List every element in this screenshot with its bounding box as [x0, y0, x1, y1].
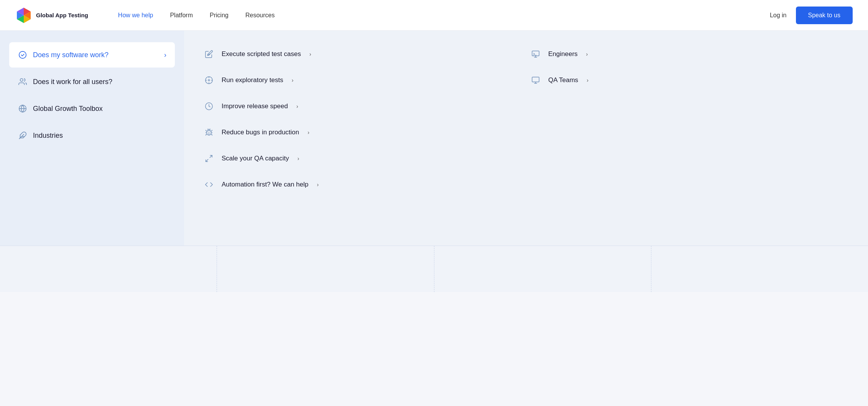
svg-point-2 — [20, 79, 23, 81]
right-item-automation[interactable]: Automation first? We can help › — [199, 173, 526, 196]
dropdown-container: Does my software work? › Does it work fo… — [0, 31, 868, 292]
right-col-1: Execute scripted test cases › — [199, 42, 526, 234]
right-item-release-speed[interactable]: Improve release speed › — [199, 94, 526, 118]
right-item-scale-qa[interactable]: Scale your QA capacity › — [199, 147, 526, 170]
right-panel: Execute scripted test cases › — [184, 31, 868, 246]
code-icon — [203, 179, 215, 190]
right-item-release-speed-label: Improve release speed — [222, 102, 288, 110]
lower-section — [0, 246, 868, 292]
chevron-right-icon-3: › — [296, 103, 298, 109]
lower-col-1 — [0, 246, 217, 292]
chevron-right-icon: › — [309, 51, 311, 57]
nav-links: How we help Platform Pricing Resources — [111, 9, 770, 22]
users-icon — [18, 77, 28, 87]
svg-point-1 — [19, 51, 26, 58]
nav-right: Log in Speak to us — [770, 7, 853, 24]
nav-pricing[interactable]: Pricing — [203, 9, 235, 22]
nav-resources[interactable]: Resources — [238, 9, 281, 22]
left-item-all-users-label: Does it work for all users? — [33, 78, 112, 86]
left-item-software[interactable]: Does my software work? › — [9, 42, 175, 68]
left-item-toolbox-label: Global Growth Toolbox — [33, 105, 103, 113]
right-item-exploratory-label: Run exploratory tests — [222, 76, 283, 84]
right-col-2: Engineers › QA Teams › — [526, 42, 853, 234]
chevron-right-icon-7: › — [586, 51, 588, 57]
terminal-icon — [530, 48, 541, 60]
nav-platform[interactable]: Platform — [163, 9, 200, 22]
login-link[interactable]: Log in — [770, 12, 787, 19]
compass-icon — [203, 74, 215, 86]
right-item-qa-teams[interactable]: QA Teams › — [526, 68, 853, 92]
arrow-icon: › — [164, 51, 166, 59]
chevron-right-icon-4: › — [307, 129, 309, 135]
dropdown-panel: Does my software work? › Does it work fo… — [0, 31, 868, 246]
right-item-qa-teams-label: QA Teams — [548, 76, 578, 84]
left-item-all-users[interactable]: Does it work for all users? — [9, 69, 175, 94]
nav-how-we-help[interactable]: How we help — [111, 9, 160, 22]
chevron-right-icon-8: › — [587, 77, 589, 83]
svg-line-15 — [206, 159, 208, 162]
globe-icon — [18, 104, 28, 114]
edit-check-icon — [203, 48, 215, 60]
chevron-right-icon-5: › — [298, 155, 299, 162]
svg-point-8 — [208, 79, 210, 81]
right-item-engineers[interactable]: Engineers › — [526, 42, 853, 66]
left-item-toolbox[interactable]: Global Growth Toolbox — [9, 96, 175, 121]
chevron-right-icon-6: › — [317, 182, 319, 188]
lower-col-4 — [651, 246, 868, 292]
svg-line-14 — [210, 155, 212, 158]
left-panel: Does my software work? › Does it work fo… — [0, 31, 184, 246]
logo-icon — [15, 7, 32, 24]
right-item-reduce-bugs[interactable]: Reduce bugs in production › — [199, 120, 526, 144]
logo-text: Global App Testing — [36, 12, 88, 19]
speak-to-us-button[interactable]: Speak to us — [796, 7, 853, 24]
feather-icon — [18, 130, 28, 140]
lower-col-3 — [434, 246, 651, 292]
right-item-scale-qa-label: Scale your QA capacity — [222, 155, 289, 162]
right-item-execute-scripted[interactable]: Execute scripted test cases › — [199, 42, 526, 66]
lower-col-2 — [217, 246, 434, 292]
right-item-reduce-bugs-label: Reduce bugs in production — [222, 129, 299, 136]
svg-rect-20 — [532, 77, 539, 82]
check-circle-icon — [18, 50, 28, 60]
left-item-software-label: Does my software work? — [33, 51, 108, 59]
clock-icon — [203, 101, 215, 112]
navbar: Global App Testing How we help Platform … — [0, 0, 868, 31]
logo[interactable]: Global App Testing — [15, 7, 88, 24]
expand-icon — [203, 153, 215, 164]
bug-icon — [203, 127, 215, 138]
left-item-industries[interactable]: Industries — [9, 123, 175, 148]
chevron-right-icon-2: › — [292, 77, 294, 83]
right-item-engineers-label: Engineers — [548, 50, 578, 58]
right-item-automation-label: Automation first? We can help — [222, 181, 308, 188]
right-item-exploratory[interactable]: Run exploratory tests › — [199, 68, 526, 92]
right-item-execute-scripted-label: Execute scripted test cases — [222, 50, 301, 58]
left-item-industries-label: Industries — [33, 132, 63, 140]
monitor-icon — [530, 74, 541, 86]
